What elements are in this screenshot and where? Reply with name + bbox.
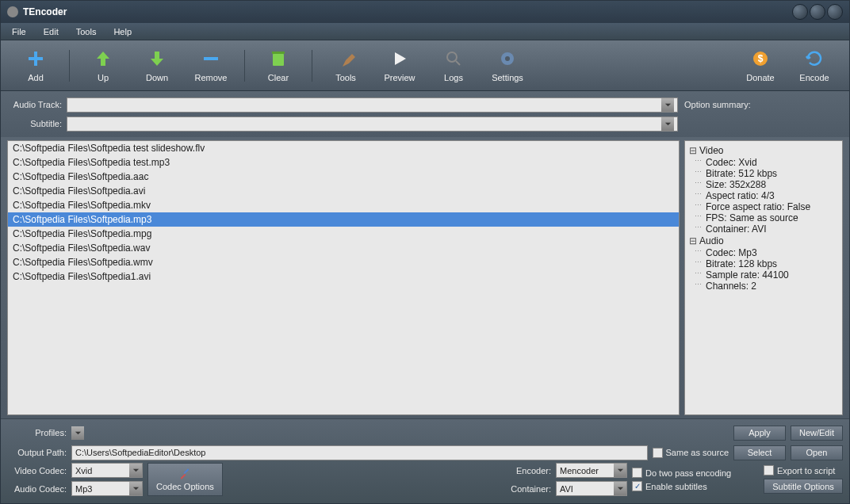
menubar: File Edit Tools Help	[1, 23, 849, 40]
plus-icon	[26, 49, 45, 68]
file-list-item[interactable]: C:\Softpedia Files\Softpedia.mpg	[8, 227, 679, 241]
file-list-item[interactable]: C:\Softpedia Files\Softpedia.aac	[8, 170, 679, 184]
play-icon	[390, 49, 409, 68]
app-icon	[7, 6, 18, 17]
file-list-item[interactable]: C:\Softpedia Files\Softpedia1.avi	[8, 269, 679, 284]
menu-help[interactable]: Help	[105, 25, 140, 39]
option-summary-panel: ⊟Video Codec: Xvid Bitrate: 512 kbps Siz…	[684, 140, 843, 415]
svg-text:$: $	[758, 53, 764, 64]
minimize-button[interactable]	[792, 4, 808, 20]
subtitle-combo[interactable]	[67, 116, 678, 132]
apply-button[interactable]: Apply	[733, 426, 786, 441]
enable-subtitles-checkbox[interactable]: ✓Enable subtitles	[632, 481, 759, 491]
subtitle-label: Subtitle:	[7, 119, 67, 128]
maximize-button[interactable]	[810, 4, 825, 20]
tools-icon	[178, 468, 191, 480]
collapse-icon[interactable]: ⊟	[688, 235, 698, 246]
dropdown-arrow-icon	[129, 464, 142, 477]
minus-icon	[201, 49, 220, 68]
open-button[interactable]: Open	[791, 445, 843, 460]
audio-track-combo[interactable]	[67, 97, 678, 113]
titlebar: TEncoder	[1, 1, 849, 23]
window-title: TEncoder	[23, 6, 67, 17]
dropdown-arrow-icon	[614, 482, 626, 495]
file-list-item[interactable]: C:\Softpedia Files\Softpedia.wmv	[8, 255, 679, 269]
file-list-item[interactable]: C:\Softpedia Files\Softpedia.wav	[8, 241, 679, 255]
window-controls	[792, 4, 843, 20]
file-list-item[interactable]: C:\Softpedia Files\Softpedia.avi	[8, 184, 679, 198]
file-list-item[interactable]: C:\Softpedia Files\Softpedia.mp3	[8, 212, 679, 227]
output-path-field[interactable]: C:\Users\SoftpediaEditor\Desktop	[71, 445, 648, 460]
menu-file[interactable]: File	[4, 25, 34, 39]
select-button[interactable]: Select	[733, 445, 786, 460]
menu-tools[interactable]: Tools	[68, 25, 105, 39]
file-list[interactable]: C:\Softpedia Files\Softpedia test slides…	[7, 140, 680, 415]
donate-icon: $	[751, 49, 770, 68]
trash-icon	[269, 49, 288, 68]
menu-edit[interactable]: Edit	[36, 25, 67, 39]
search-icon	[444, 49, 463, 68]
up-button[interactable]: Up	[81, 44, 125, 88]
video-codec-combo[interactable]: Xvid	[71, 463, 143, 478]
dropdown-arrow-icon	[661, 117, 674, 131]
file-list-item[interactable]: C:\Softpedia Files\Softpedia test slides…	[8, 141, 679, 155]
arrow-up-icon	[94, 49, 113, 68]
remove-button[interactable]: Remove	[189, 44, 233, 88]
wrench-icon	[336, 49, 355, 68]
subtitle-options-button[interactable]: Subtitle Options	[764, 479, 843, 494]
app-window: TEncoder File Edit Tools Help Add Up Dow…	[0, 0, 850, 504]
encoder-combo[interactable]: Mencoder	[556, 463, 627, 478]
container-label: Container:	[503, 484, 551, 494]
audio-codec-label: Audio Codec:	[7, 484, 67, 494]
new-edit-button[interactable]: New/Edit	[791, 426, 843, 441]
codec-options-button[interactable]: Codec Options	[147, 463, 223, 496]
gear-icon	[498, 49, 517, 68]
svg-rect-0	[204, 57, 218, 60]
clear-button[interactable]: Clear	[256, 44, 301, 88]
logs-button[interactable]: Logs	[431, 44, 476, 88]
option-summary-header: Option summary:	[684, 100, 843, 109]
svg-rect-1	[273, 54, 284, 66]
svg-point-5	[505, 56, 510, 61]
add-button[interactable]: Add	[13, 44, 58, 88]
encode-button[interactable]: Encode	[792, 44, 837, 88]
audio-codec-combo[interactable]: Mp3	[71, 481, 143, 496]
svg-rect-2	[272, 52, 285, 54]
tools-button[interactable]: Tools	[324, 44, 368, 88]
down-button[interactable]: Down	[135, 44, 179, 88]
donate-button[interactable]: $ Donate	[738, 44, 783, 88]
file-list-item[interactable]: C:\Softpedia Files\Softpedia test.mp3	[8, 155, 679, 170]
toolbar: Add Up Down Remove Clear Tools Preview	[1, 40, 849, 91]
svg-point-3	[447, 52, 457, 62]
file-list-item[interactable]: C:\Softpedia Files\Softpedia.mkv	[8, 198, 679, 212]
encoder-label: Encoder:	[503, 466, 551, 475]
collapse-icon[interactable]: ⊟	[688, 145, 698, 156]
track-rows: Audio Track: Option summary: Subtitle:	[1, 91, 849, 137]
refresh-icon	[805, 49, 824, 68]
output-path-label: Output Path:	[7, 448, 67, 457]
video-codec-label: Video Codec:	[7, 466, 67, 475]
profiles-label: Profiles:	[7, 428, 67, 437]
main-area: C:\Softpedia Files\Softpedia test slides…	[1, 137, 849, 418]
two-pass-checkbox[interactable]: Do two pass encoding	[632, 468, 759, 478]
dropdown-arrow-icon	[614, 464, 626, 477]
container-combo[interactable]: AVI	[556, 481, 627, 496]
settings-button[interactable]: Settings	[485, 44, 530, 88]
profiles-combo[interactable]	[71, 426, 729, 440]
preview-button[interactable]: Preview	[377, 44, 422, 88]
bottom-panel: Profiles: Apply New/Edit Output Path: C:…	[1, 418, 849, 503]
audio-track-label: Audio Track:	[7, 100, 67, 109]
dropdown-arrow-icon	[71, 426, 84, 440]
arrow-down-icon	[147, 49, 167, 68]
close-button[interactable]	[827, 4, 843, 20]
export-script-checkbox[interactable]: Export to script	[764, 465, 843, 475]
same-as-source-checkbox[interactable]: Same as source	[653, 448, 729, 458]
option-summary-tree[interactable]: ⊟Video Codec: Xvid Bitrate: 512 kbps Siz…	[684, 140, 843, 415]
dropdown-arrow-icon	[661, 98, 674, 112]
dropdown-arrow-icon	[129, 482, 142, 495]
